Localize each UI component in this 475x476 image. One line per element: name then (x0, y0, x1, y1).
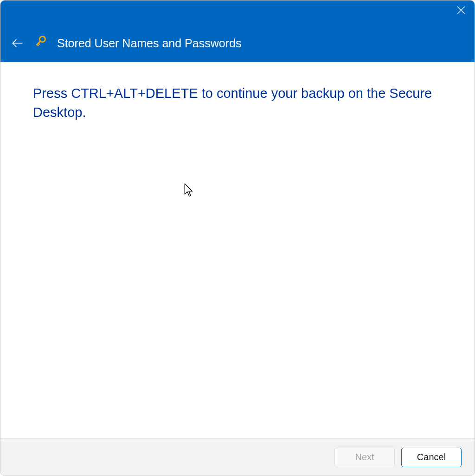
instruction-text: Press CTRL+ALT+DELETE to continue your b… (33, 84, 442, 122)
key-icon (35, 36, 49, 50)
content-area: Press CTRL+ALT+DELETE to continue your b… (0, 62, 475, 438)
cursor-icon (184, 183, 195, 197)
header: Stored User Names and Passwords (0, 25, 475, 62)
titlebar (0, 0, 475, 25)
back-button[interactable] (10, 36, 25, 51)
next-button[interactable]: Next (334, 448, 395, 467)
footer: Next Cancel (0, 438, 475, 476)
cancel-button[interactable]: Cancel (401, 448, 462, 467)
close-icon (457, 6, 465, 14)
dialog-window: Stored User Names and Passwords Press CT… (0, 0, 475, 476)
dialog-title: Stored User Names and Passwords (57, 37, 241, 50)
close-button[interactable] (448, 0, 475, 20)
back-arrow-icon (11, 37, 23, 49)
